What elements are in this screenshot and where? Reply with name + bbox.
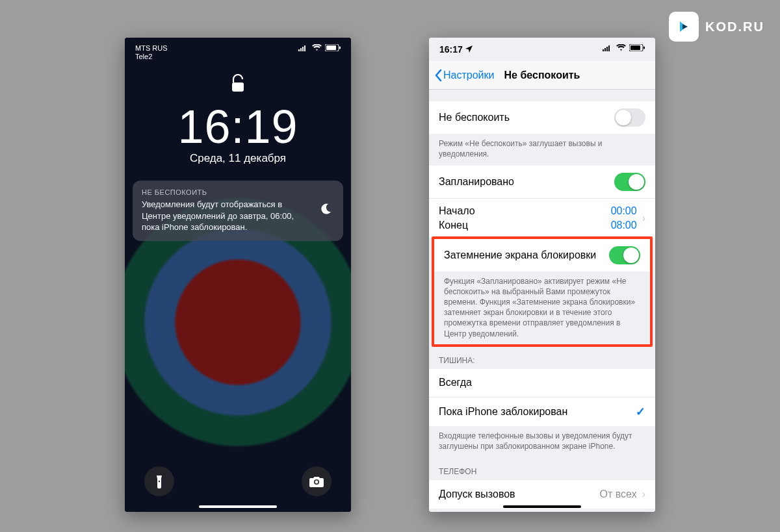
svg-rect-14: [608, 45, 610, 51]
location-icon: [465, 44, 473, 55]
allow-calls-value: От всех: [600, 488, 637, 500]
svg-rect-16: [630, 45, 640, 50]
status-bar: 16:17: [429, 38, 655, 61]
notification-body: Уведомления будут отображаться в Центре …: [142, 199, 309, 233]
silence-locked-label: Пока iPhone заблокирован: [439, 406, 567, 418]
lock-date: Среда, 11 декабря: [125, 152, 351, 165]
camera-button[interactable]: [302, 466, 332, 496]
chevron-right-icon: ›: [642, 488, 645, 500]
home-indicator[interactable]: [503, 505, 581, 508]
svg-rect-13: [606, 47, 608, 51]
scheduled-toggle[interactable]: [614, 173, 645, 191]
dnd-footer: Режим «Не беспокоить» заглушает вызовы и…: [429, 134, 655, 166]
silence-always-label: Всегда: [439, 377, 472, 388]
dim-lock-label: Затемнение экрана блокировки: [444, 249, 596, 261]
svg-rect-2: [302, 47, 304, 51]
svg-rect-11: [603, 49, 604, 51]
dnd-label: Не беспокоить: [439, 112, 510, 123]
svg-rect-3: [304, 45, 306, 51]
flashlight-button[interactable]: [144, 466, 174, 496]
watermark-text: KOD.RU: [705, 19, 764, 34]
svg-rect-0: [298, 49, 300, 51]
notification-title: НЕ БЕСПОКОИТЬ: [142, 188, 309, 196]
nav-title: Не беспокоить: [429, 70, 655, 81]
svg-rect-17: [644, 47, 645, 49]
end-value: 08:00: [611, 218, 637, 233]
start-label: Начало: [439, 204, 475, 218]
carrier-2: Tele2: [135, 53, 168, 61]
end-label: Конец: [439, 218, 475, 233]
svg-rect-7: [232, 82, 244, 92]
watermark: KOD.RU: [669, 12, 764, 42]
schedule-times-row[interactable]: Начало Конец 00:00 08:00 ›: [429, 199, 655, 237]
svg-rect-5: [326, 45, 336, 50]
silence-locked-row[interactable]: Пока iPhone заблокирован ✓: [429, 398, 655, 426]
svg-point-10: [315, 481, 318, 484]
signal-icon: [603, 44, 613, 53]
check-icon: ✓: [636, 405, 645, 419]
battery-icon: [629, 44, 645, 53]
svg-rect-12: [604, 48, 606, 51]
dim-lock-toggle[interactable]: [609, 246, 640, 264]
svg-point-8: [159, 481, 160, 482]
allow-calls-footer: В режиме «Не беспокоить» разрешить входя…: [429, 509, 655, 512]
nav-bar: Настройки Не беспокоить: [429, 61, 655, 90]
silence-footer: Входящие телефонные вызовы и уведомления…: [429, 426, 655, 458]
dnd-toggle[interactable]: [614, 108, 645, 127]
dim-lock-footer: Функция «Запланировано» активирует режим…: [434, 272, 650, 344]
moon-icon: [317, 203, 334, 218]
highlight-box: Затемнение экрана блокировки Функция «За…: [432, 236, 653, 347]
unlock-icon: [125, 74, 351, 96]
wifi-icon: [312, 44, 322, 53]
dim-lock-row[interactable]: Затемнение экрана блокировки: [434, 239, 650, 272]
allow-calls-row[interactable]: Допуск вызовов От всех ›: [429, 480, 655, 509]
scheduled-label: Запланировано: [439, 176, 514, 188]
status-bar: MTS RUS Tele2: [125, 38, 351, 61]
scheduled-row[interactable]: Запланировано: [429, 166, 655, 199]
svg-rect-1: [300, 48, 302, 51]
dnd-notification[interactable]: НЕ БЕСПОКОИТЬ Уведомления будут отобража…: [133, 181, 343, 241]
allow-calls-label: Допуск вызовов: [439, 488, 515, 500]
dnd-row[interactable]: Не беспокоить: [429, 101, 655, 134]
signal-icon: [298, 44, 309, 53]
silence-always-row[interactable]: Всегда: [429, 369, 655, 398]
start-value: 00:00: [611, 204, 637, 218]
phone-lock-screen: MTS RUS Tele2 16:19: [125, 38, 351, 512]
kod-logo-icon: [669, 12, 699, 42]
status-time: 16:17: [439, 44, 463, 55]
lock-time: 16:19: [125, 100, 351, 153]
wifi-icon: [616, 44, 626, 53]
phone-header: ТЕЛЕФОН: [429, 458, 655, 480]
silence-header: ТИШИНА:: [429, 347, 655, 369]
battery-icon: [325, 44, 341, 53]
carrier-1: MTS RUS: [135, 44, 168, 53]
chevron-right-icon: ›: [642, 212, 645, 224]
phone-settings-screen: 16:17: [429, 38, 655, 512]
home-indicator[interactable]: [199, 505, 277, 508]
svg-rect-6: [339, 47, 341, 49]
